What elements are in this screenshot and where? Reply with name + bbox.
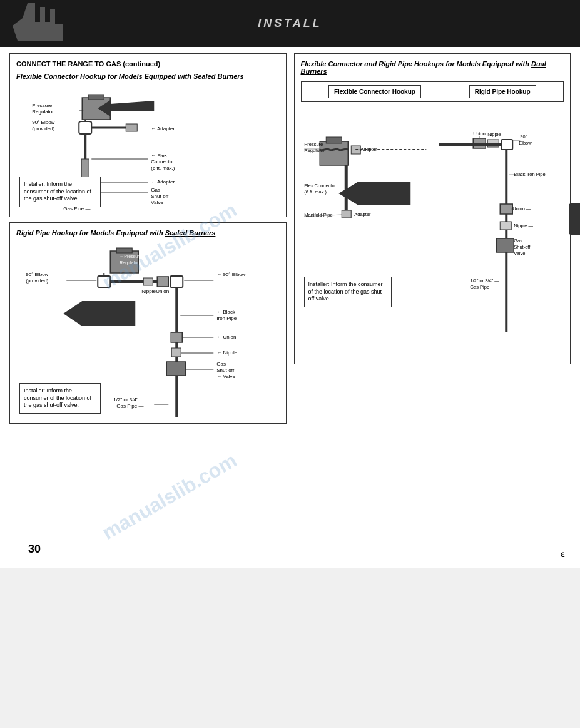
svg-text:← Adapter: ← Adapter xyxy=(151,126,175,131)
svg-text:Shut-off: Shut-off xyxy=(151,193,169,199)
svg-rect-58 xyxy=(166,362,185,376)
svg-rect-55 xyxy=(171,348,181,357)
diagram2: ←Pressure Regulator 90° Elbow — (provide… xyxy=(16,242,280,417)
section-dual-burners: Flexible Connector and Rigid Pipe Hookup… xyxy=(294,53,571,364)
svg-text:Adapter: Adapter xyxy=(354,212,371,217)
col1-header: Flexible Connector Hookup xyxy=(328,85,421,98)
svg-text:←Pressure: ←Pressure xyxy=(120,254,141,259)
svg-text:← 90° Elbow: ← 90° Elbow xyxy=(216,272,246,277)
svg-text:Regulator: Regulator xyxy=(120,260,139,265)
column-headers: Flexible Connector Hookup Rigid Pipe Hoo… xyxy=(301,81,564,102)
svg-text:Union: Union xyxy=(156,289,169,294)
svg-text:← Nipple: ← Nipple xyxy=(216,350,237,356)
svg-rect-41 xyxy=(157,277,168,287)
svg-rect-34 xyxy=(98,276,110,287)
svg-text:Valve: Valve xyxy=(514,250,525,256)
svg-rect-99 xyxy=(500,222,511,230)
svg-text:← Black: ← Black xyxy=(216,309,236,315)
header-title: INSTALL xyxy=(258,17,322,30)
svg-text:(provided): (provided) xyxy=(26,278,48,284)
svg-rect-1 xyxy=(88,95,104,100)
svg-text:Nipple —: Nipple — xyxy=(514,223,533,228)
svg-text:← Adapter: ← Adapter xyxy=(151,179,175,185)
svg-marker-2 xyxy=(110,101,154,111)
svg-text:Connector: Connector xyxy=(151,159,174,165)
section1-title: CONNECT THE RANGE TO GAS (continued) xyxy=(16,60,280,68)
right-column: Flexible Connector and Rigid Pipe Hookup… xyxy=(294,53,571,364)
svg-text:Pressure: Pressure xyxy=(32,103,53,108)
installer-box-2: Installer: Inform the consumer of the lo… xyxy=(19,383,101,414)
svg-text:Pressure: Pressure xyxy=(304,141,323,147)
svg-rect-88 xyxy=(501,140,512,150)
svg-rect-7 xyxy=(79,121,91,134)
svg-text:1/2" or 3/4" —: 1/2" or 3/4" — xyxy=(470,278,499,284)
svg-rect-101 xyxy=(496,238,514,252)
svg-rect-67 xyxy=(326,137,342,143)
svg-text:Union: Union xyxy=(473,131,486,136)
svg-rect-44 xyxy=(170,276,183,287)
svg-marker-74 xyxy=(338,182,410,205)
page-number: 30 xyxy=(9,536,571,562)
svg-text:Manifold Pipe: Manifold Pipe xyxy=(304,212,332,218)
svg-rect-40 xyxy=(143,278,153,285)
svg-text:← Flex: ← Flex xyxy=(151,153,166,158)
svg-text:Valve: Valve xyxy=(151,200,163,205)
section1-subtitle: Flexible Connector Hookup for Models Equ… xyxy=(16,73,280,80)
page-indicator-bottom-right: ɛ xyxy=(561,550,564,559)
diagram3: Pressure Regulator Adapter Flex Connecto… xyxy=(301,107,564,357)
right-section-title: Flexible Connector and Rigid Pipe Hookup… xyxy=(301,60,564,75)
diagram1: Pressure Regulator 90° Elbow — (provided… xyxy=(16,85,280,210)
footer-spacer xyxy=(9,424,571,536)
section-flexible-sealed: CONNECT THE RANGE TO GAS (continued) Fle… xyxy=(9,53,287,217)
svg-text:Nipple: Nipple xyxy=(141,289,156,294)
diagram3-svg: Pressure Regulator Adapter Flex Connecto… xyxy=(301,107,564,357)
col2-header: Rigid Pipe Hookup xyxy=(469,85,536,98)
svg-text:Nipple: Nipple xyxy=(487,131,501,137)
svg-text:(6 ft. max.): (6 ft. max.) xyxy=(304,189,327,195)
svg-text:← Union: ← Union xyxy=(216,334,236,340)
bookmark-tab xyxy=(569,203,580,235)
svg-text:Gas: Gas xyxy=(514,238,522,244)
svg-text:90° Elbow —: 90° Elbow — xyxy=(26,272,54,277)
svg-text:1/2" or 3/4": 1/2" or 3/4" xyxy=(113,397,138,402)
svg-text:Iron Pipe: Iron Pipe xyxy=(216,315,237,321)
svg-rect-15 xyxy=(81,159,89,178)
svg-text:Gas: Gas xyxy=(151,187,160,193)
installer-box-1: Installer: Inform the consumer of the lo… xyxy=(19,177,101,207)
svg-text:Shut-off: Shut-off xyxy=(216,367,235,373)
svg-rect-52 xyxy=(171,332,182,342)
svg-rect-96 xyxy=(500,204,512,214)
svg-rect-13 xyxy=(126,124,137,131)
svg-text:Union —: Union — xyxy=(512,206,531,212)
svg-text:Elbow: Elbow xyxy=(519,140,532,146)
svg-rect-66 xyxy=(320,141,348,165)
header-banner: INSTALL xyxy=(0,0,580,47)
svg-text:(6 ft. max.): (6 ft. max.) xyxy=(151,165,175,171)
hand-icon xyxy=(13,3,63,41)
section2-subtitle: Rigid Pipe Hookup for Models Equipped wi… xyxy=(16,229,280,237)
svg-text:Gas Pipe: Gas Pipe xyxy=(470,284,489,290)
svg-text:Shut-off: Shut-off xyxy=(514,244,531,250)
svg-marker-48 xyxy=(63,301,135,326)
section-rigid-sealed: Rigid Pipe Hookup for Models Equipped wi… xyxy=(9,222,287,424)
svg-text:Regulator: Regulator xyxy=(32,109,54,115)
svg-text:Gas: Gas xyxy=(216,361,226,367)
svg-rect-79 xyxy=(342,210,351,218)
svg-text:Black Iron Pipe —: Black Iron Pipe — xyxy=(514,172,552,177)
svg-text:Flex Connector: Flex Connector xyxy=(304,183,336,188)
svg-text:90° Elbow —: 90° Elbow — xyxy=(32,120,61,125)
svg-rect-31 xyxy=(116,248,132,253)
svg-text:(provided): (provided) xyxy=(32,126,54,131)
installer-box-3: Installer: Inform the consumer of the lo… xyxy=(304,277,392,307)
svg-text:90°: 90° xyxy=(520,134,527,140)
svg-text:Gas Pipe —: Gas Pipe — xyxy=(116,403,143,409)
svg-text:← Valve: ← Valve xyxy=(216,374,235,379)
